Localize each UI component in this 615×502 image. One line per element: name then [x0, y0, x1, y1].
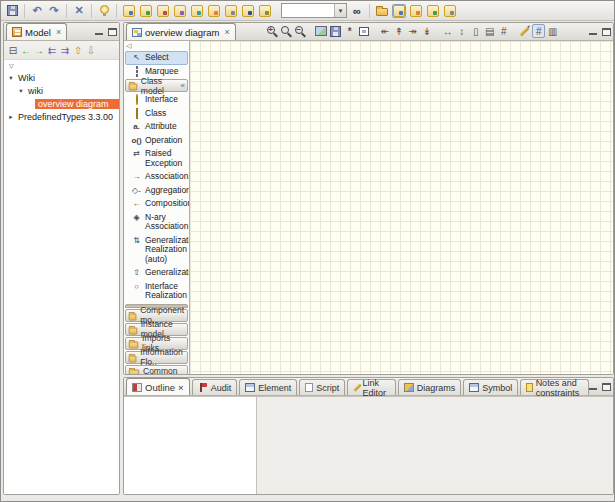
tab-notes-and-constraints[interactable]: Notes and constraints — [520, 379, 589, 395]
tab-audit[interactable]: Audit — [192, 379, 238, 395]
palette-item-generalization[interactable]: ⇧ Generalization — [125, 266, 188, 280]
expander-icon[interactable]: ▸ — [7, 113, 15, 121]
minimize-button[interactable] — [589, 28, 598, 36]
previous-sibling-icon[interactable]: ⇇ — [46, 44, 58, 57]
maximize-button[interactable] — [108, 28, 117, 36]
quick-search-input[interactable] — [282, 4, 334, 17]
expander-icon[interactable]: ▾ — [17, 87, 25, 95]
grid-spacing-icon[interactable]: # — [497, 24, 510, 38]
new-component-icon[interactable] — [207, 4, 221, 18]
tab-link-editor[interactable]: Link Editor — [347, 379, 396, 395]
zoom-out-icon[interactable]: − — [293, 24, 306, 38]
align-right-icon[interactable]: ↠ — [406, 24, 419, 38]
save-diagram-icon[interactable] — [329, 24, 342, 38]
diagram-editor-panel: overview diagram × + − * ↞ ↟ — [123, 22, 614, 375]
tree-item-predefined-types[interactable]: ▸ PredefinedTypes 3.3.00 — [4, 110, 119, 123]
view-menu-chevron-icon[interactable]: ▽ — [9, 62, 14, 69]
tab-diagrams[interactable]: Diagrams — [398, 379, 462, 395]
distribute-vertical-icon[interactable]: ↕ — [455, 24, 468, 38]
maximize-button[interactable] — [602, 383, 611, 391]
search-icon[interactable]: ∞ — [350, 4, 364, 18]
palette-item-interface[interactable]: Interface — [125, 93, 188, 107]
palette-item-composition[interactable]: ← Composition — [125, 197, 188, 211]
tab-label: Notes and constraints — [536, 378, 583, 398]
show-grid-icon[interactable]: # — [532, 24, 545, 38]
collapse-all-icon[interactable]: ⊟ — [7, 44, 19, 57]
next-sibling-icon[interactable]: ⇉ — [59, 44, 71, 57]
palette-drawer-arrow-icon[interactable]: ◁ — [125, 42, 188, 51]
palette-item-class[interactable]: Class — [125, 107, 188, 121]
attribute-icon: a. — [131, 122, 142, 131]
new-diagram-icon[interactable] — [258, 4, 272, 18]
zoom-in-icon[interactable]: + — [265, 24, 278, 38]
align-top-icon[interactable]: ↟ — [392, 24, 405, 38]
export-image-icon[interactable] — [314, 24, 328, 38]
open-project-icon[interactable] — [375, 4, 389, 18]
diagram-properties-icon[interactable]: * — [343, 24, 356, 38]
palette-item-raised-exception[interactable]: ⇄ Raised Exception — [125, 147, 188, 170]
link-with-editor-icon[interactable] — [392, 4, 406, 18]
distribute-horizontal-icon[interactable]: ↔ — [441, 24, 454, 38]
collapse-section-icon[interactable]: « — [181, 81, 185, 90]
undo-icon[interactable]: ↶ — [30, 4, 44, 18]
tree-item-wiki-project[interactable]: ▾ Wiki — [4, 71, 119, 84]
bottom-views-header: Outline × Audit Element — [124, 378, 613, 396]
align-bottom-icon[interactable]: ↡ — [420, 24, 433, 38]
tip-of-the-day-icon[interactable] — [97, 4, 111, 18]
new-use-case-icon[interactable] — [241, 4, 255, 18]
zoom-original-icon[interactable] — [279, 24, 292, 38]
minimize-button[interactable] — [589, 383, 598, 391]
palette-item-interface-realization[interactable]: ○ Interface Realization — [125, 280, 188, 303]
close-icon[interactable]: × — [178, 382, 184, 393]
new-actor-icon[interactable] — [224, 4, 238, 18]
tab-outline[interactable]: Outline × — [126, 378, 190, 395]
palette-item-association[interactable]: → Association — [125, 170, 188, 184]
palette-item-aggregation[interactable]: ◇- Aggregation — [125, 184, 188, 198]
toggle-c-icon[interactable] — [426, 4, 440, 18]
palette-section-information-flow[interactable]: Information Flo.. — [125, 351, 188, 364]
palette-tool-select[interactable]: ↖ Select — [125, 51, 188, 65]
toggle-d-icon[interactable] — [443, 4, 457, 18]
palette-item-label: Select — [145, 53, 169, 63]
close-icon[interactable]: × — [224, 27, 229, 37]
page-mode-icon[interactable]: ▯ — [469, 24, 482, 38]
move-up-icon[interactable]: ⇧ — [72, 44, 84, 57]
new-operation-icon[interactable] — [190, 4, 204, 18]
maximize-button[interactable] — [602, 28, 611, 36]
tree-item-overview-diagram[interactable]: overview diagram — [4, 97, 119, 110]
minimize-button[interactable] — [95, 28, 104, 36]
edit-pencil-icon[interactable] — [518, 24, 531, 38]
toggle-b-icon[interactable] — [409, 4, 423, 18]
new-attribute-icon[interactable] — [173, 4, 187, 18]
close-icon[interactable]: × — [56, 27, 61, 37]
tree-item-wiki-package[interactable]: ▾ wiki — [4, 84, 119, 97]
new-class-icon[interactable] — [139, 4, 153, 18]
align-left-icon[interactable]: ↞ — [378, 24, 391, 38]
stack-order-icon[interactable]: ▤ — [483, 24, 496, 38]
tab-model[interactable]: Model × — [6, 23, 67, 40]
save-icon[interactable] — [5, 4, 19, 18]
redo-icon[interactable]: ↷ — [47, 4, 61, 18]
tab-overview-diagram[interactable]: overview diagram × — [126, 23, 236, 40]
move-down-icon[interactable]: ⇩ — [85, 44, 97, 57]
outline-view-content[interactable] — [124, 397, 257, 494]
expander-icon[interactable]: ▾ — [7, 74, 15, 82]
diagram-canvas[interactable] — [190, 41, 613, 374]
layers-icon[interactable]: ▥ — [546, 24, 559, 38]
tab-element[interactable]: Element — [239, 379, 297, 395]
combo-dropdown-icon[interactable]: ▾ — [334, 4, 346, 17]
palette-item-generalization-realization-auto[interactable]: ⇅ Generalizatio... Realization (auto) — [125, 234, 188, 267]
new-interface-icon[interactable] — [156, 4, 170, 18]
back-icon[interactable]: ← — [20, 44, 32, 57]
new-package-icon[interactable] — [122, 4, 136, 18]
tab-script[interactable]: Script — [299, 379, 345, 395]
tab-symbol[interactable]: Symbol — [463, 379, 518, 395]
configure-icon[interactable]: ✕ — [72, 4, 86, 18]
fit-to-window-icon[interactable] — [357, 24, 370, 38]
palette-item-nary-association[interactable]: ◈ N-ary Association — [125, 211, 188, 234]
forward-icon[interactable]: → — [33, 44, 45, 57]
palette-item-label: Attribute — [145, 122, 177, 132]
palette-item-attribute[interactable]: a. Attribute — [125, 120, 188, 134]
palette-item-operation[interactable]: o() Operation — [125, 134, 188, 148]
palette-section-class-model[interactable]: Class model « — [125, 79, 188, 92]
